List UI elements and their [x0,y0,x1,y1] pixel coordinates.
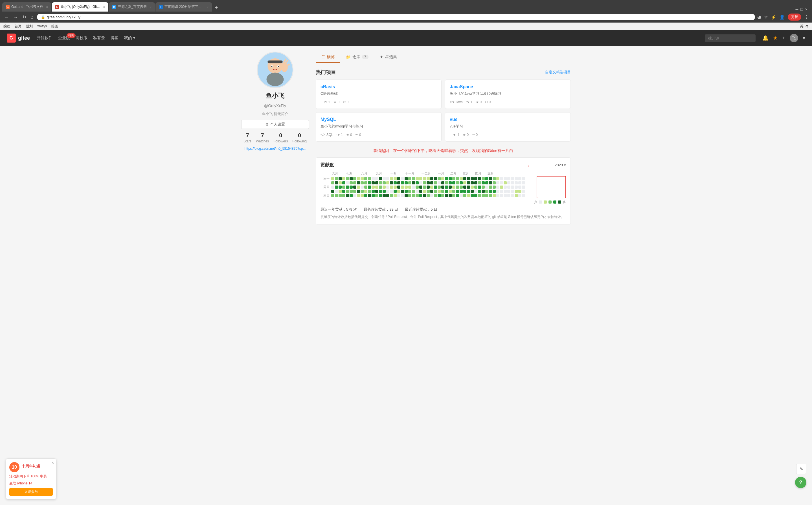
tab-bar: G GoLand - 飞书云文档 × G 鱼小飞 (OnlyXxFly) - G… [0,0,812,12]
contrib-cell [408,181,411,184]
customize-projects-link[interactable]: 自定义精选项目 [545,70,571,75]
add-icon[interactable]: + [782,35,785,41]
maximize-button[interactable]: □ [800,7,803,12]
reload-button[interactable]: ↻ [21,13,27,21]
profile-external-link[interactable]: https://blog.csdn.net/m0_58154870?sp... [245,147,306,151]
tab-close-baidu[interactable]: × [150,5,151,9]
contrib-cell [423,185,426,189]
contrib-cell [423,177,426,180]
contrib-cell [416,177,419,180]
star-tab-icon: ★ [380,55,383,59]
tab-gitee[interactable]: G 鱼小飞 (OnlyXxFly) - Gitee.com × [52,2,108,12]
tab-stars[interactable]: ★ 星选集 [374,51,403,63]
nav-mine[interactable]: 我的 ▾ [124,35,135,41]
contrib-cell [434,181,437,184]
contrib-cell [478,185,481,189]
menu-icon[interactable]: ⋮ [804,14,809,20]
month-label-6: 六月 [332,171,347,176]
project-name-vue[interactable]: vue [450,117,566,122]
contrib-cell [379,194,382,197]
legend-cell-4 [558,200,561,204]
contrib-cell [401,185,404,189]
address-bar[interactable]: 🔒 gitee.com/OnlyXxFly [37,14,755,20]
close-window-button[interactable]: × [805,7,807,12]
settings-gear-icon[interactable]: ⚙ [805,24,809,28]
watches-stat[interactable]: 7 Watches [256,132,269,143]
project-desc-cbasis: C语言基础 [320,91,437,97]
project-name-mysql[interactable]: MySQL [320,117,437,122]
contrib-cell [423,190,426,193]
notification-icon[interactable]: 🔔 [762,35,769,41]
minimize-button[interactable]: ─ [795,7,798,12]
back-button[interactable]: ← [3,14,10,21]
cast-icon[interactable]: ◕ [757,14,761,20]
contrib-cell [500,185,503,189]
profile-icon[interactable]: 👤 [779,14,785,20]
tab-close-gitee[interactable]: × [103,5,105,9]
contrib-cell [346,177,349,180]
forward-button[interactable]: → [12,14,19,21]
nav-college[interactable]: 高校版 [76,35,88,41]
update-button[interactable]: 更新 [788,14,801,21]
following-stat[interactable]: 0 Following [292,132,307,143]
contrib-cell [522,181,525,184]
new-tab-button[interactable]: + [213,4,220,12]
bookmark-coding[interactable]: 编程 [3,24,10,29]
contrib-cell [518,177,521,180]
personal-settings-button[interactable]: ⚙ 个人设置 [241,120,309,129]
contrib-cell [405,177,408,180]
project-name-cbasis[interactable]: cBasis [320,84,437,90]
star-nav-icon[interactable]: ★ [773,35,778,41]
contrib-cell [335,181,338,184]
contrib-cell [401,194,404,197]
tab-repos[interactable]: 📁 仓库 7 [340,51,374,63]
contrib-cell [408,185,411,189]
contrib-cell [448,185,452,189]
nav-enterprise[interactable]: 企业版 特惠 [58,35,70,41]
search-input[interactable] [705,34,756,42]
tab-baidu-translate[interactable]: T 百度翻译-200种语言互译、沟通... × [155,2,212,12]
contrib-cell [482,190,485,193]
bookmark-plan[interactable]: 规划 [26,24,33,29]
total-contributions: 最近一年贡献：579 次 [320,207,357,212]
contribution-description: 贡献度的统计数据包括代码提交、创建任务 / Pull Request、合并 Pu… [320,214,566,220]
followers-stat[interactable]: 0 Followers [273,132,288,143]
year-selector[interactable]: 2023 ▾ [555,163,566,167]
tab-overview[interactable]: ☷ 概览 [316,51,340,63]
bookmark-draw[interactable]: 绘画 [51,24,58,29]
gitee-logo[interactable]: G gitee [7,33,30,42]
contrib-cell [383,177,386,180]
contrib-cell [339,177,342,180]
contrib-cell [350,194,353,197]
star-icon[interactable]: ☆ [764,14,768,20]
tab-close-goland[interactable]: × [46,5,48,9]
contribution-grid-wrapper: ↓ 六月 七月 八月 九月 十月 十一月 十二月 一月 [320,171,566,204]
stars-stat[interactable]: 7 Stars [244,132,251,143]
contrib-cell [438,185,441,189]
nav-blog[interactable]: 博客 [111,35,119,41]
contrib-cell [463,177,466,180]
tab-baidu-search[interactable]: B 开源之夏_百度搜索 × [109,2,155,12]
nav-opensource[interactable]: 开源软件 [37,35,52,41]
home-button[interactable]: ⌂ [30,14,35,21]
contrib-cell [474,185,478,189]
contrib-cell [368,190,371,193]
tab-goland[interactable]: G GoLand - 飞书云文档 × [2,2,51,12]
project-card-cbasis: cBasis C语言基础 👁 1 ★ 0 ⚯ 0 [316,79,441,109]
nav-private-cloud[interactable]: 私有云 [93,35,105,41]
contrib-cell [504,194,507,197]
fork-count-javaspace: ⚯ 0 [485,100,491,104]
legend-cell-0 [539,200,542,204]
contrib-cell [353,177,356,180]
contrib-cell [511,190,514,193]
project-name-javaspace[interactable]: JavaSpace [450,84,566,90]
tab-close-translate[interactable]: × [207,5,209,9]
extensions-icon[interactable]: ⚡ [771,14,777,20]
contrib-cell [489,194,492,197]
contrib-cell [408,177,411,180]
bookmark-home[interactable]: 首页 [15,24,21,29]
contrib-cell [419,185,422,189]
avatar [257,51,293,88]
user-avatar-nav[interactable]: 飞 [790,34,798,42]
bookmark-xmsys[interactable]: xmsys [37,24,47,28]
